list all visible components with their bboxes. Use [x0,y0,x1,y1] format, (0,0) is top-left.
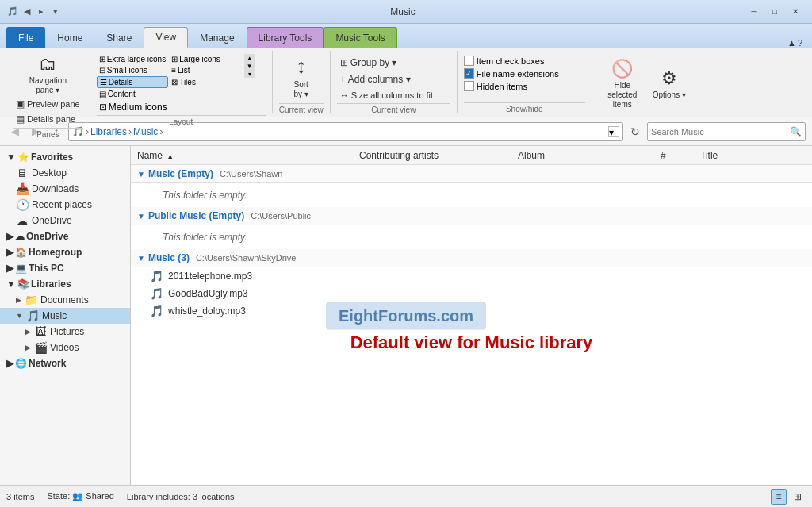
breadcrumb-libraries[interactable]: Libraries [90,126,127,137]
search-input[interactable] [651,127,788,136]
hide-selected-button[interactable]: 🚫 Hide selecteditems [599,59,646,109]
sidebar-onedrive-header[interactable]: ▶ ☁ OneDrive [0,229,130,244]
tiles-btn[interactable]: ⊠ Tiles [169,76,240,88]
quick-access-down[interactable]: ▾ [49,6,62,18]
tab-library-tools[interactable]: Library Tools [247,27,324,48]
scroll-up-arrow[interactable]: ▲ [244,54,255,62]
close-button[interactable]: ✕ [785,4,806,20]
file-group-header[interactable]: ▼ Public Music (Empty) C:\Users\Public [131,207,812,225]
list-item[interactable]: 🎵 GoodBadUgly.mp3 [131,285,812,302]
col-title-header[interactable]: Title [700,150,806,161]
sidebar-libraries-header[interactable]: ▼ 📚 Libraries [0,276,130,292]
file-name: GoodBadUgly.mp3 [168,288,248,299]
nav-pane-icon: 🗂 [39,54,56,75]
tab-music-tools[interactable]: Music Tools [324,27,396,48]
sidebar-item-music[interactable]: ▼ 🎵 Music [0,308,130,324]
item-check-boxes-label: Item check boxes [477,56,545,66]
sidebar-item-onedrive-fav[interactable]: ☁ OneDrive [0,213,130,229]
col-album-label: Album [518,150,545,161]
ribbon-help[interactable]: ▲ ? [784,38,806,48]
list-item[interactable]: 🎵 whistle_dolby.mp3 [131,302,812,320]
nav-pane-button[interactable]: 🗂 Navigationpane ▾ [28,51,67,98]
tab-home[interactable]: Home [45,27,94,48]
sort-button[interactable]: ↕ Sortby ▾ [281,51,322,102]
details-btn[interactable]: ☰ Details [97,76,168,88]
sidebar-item-downloads[interactable]: 📥 Downloads [0,181,130,197]
search-bar[interactable]: 🔍 [647,122,806,141]
sidebar-thispc-header[interactable]: ▶ 💻 This PC [0,260,130,276]
preview-pane-button[interactable]: ▣ Preview pane [13,97,83,111]
homegroup-expand-icon: ▶ [6,247,13,258]
item-check-boxes-toggle[interactable]: Item check boxes [464,56,559,66]
options-button[interactable]: ⚙ Options ▾ [649,59,689,109]
quick-access-back[interactable]: ◀ [21,6,33,18]
layout-group-label: Layout [97,115,266,126]
size-all-columns-button[interactable]: ↔ Size all columns to fit [337,89,436,102]
hidden-items-checkbox[interactable] [464,81,474,91]
sidebar-item-pictures[interactable]: ▶ 🖼 Pictures [0,324,130,340]
col-contributing-header[interactable]: Contributing artists [359,150,518,161]
content-label: Content [108,90,136,98]
ribbon-group-showhide: Item check boxes ✓ File name extensions … [458,51,592,113]
group-by-button[interactable]: ⊞ Group by ▾ [337,56,436,70]
quick-access-forward[interactable]: ▸ [35,6,48,18]
extra-large-icons-btn[interactable]: ⊞ Extra large icons [97,54,168,64]
file-area: Name ▲ Contributing artists Album # Titl… [131,146,812,485]
col-album-header[interactable]: Album [518,150,661,161]
large-view-toggle[interactable]: ⊞ [790,489,806,505]
add-columns-icon: + [340,74,346,85]
sidebar-item-videos[interactable]: ▶ 🎬 Videos [0,340,130,355]
add-columns-label: Add columns ▾ [348,74,411,85]
tab-share[interactable]: Share [94,27,144,48]
sidebar-item-recent-places[interactable]: 🕐 Recent places [0,197,130,213]
sidebar-item-documents[interactable]: ▶ 📁 Documents [0,292,130,308]
tiles-icon: ⊠ [171,78,178,86]
item-check-boxes-checkbox[interactable] [464,56,474,66]
sort-indicator: ▲ [167,152,174,160]
favorites-icon: ⭐ [17,152,29,163]
file-name-extensions-checkbox[interactable]: ✓ [464,68,474,79]
scroll-down-arrow[interactable]: ▼ [244,62,255,70]
preview-pane-icon: ▣ [16,98,25,109]
col-hash-header[interactable]: # [661,150,700,161]
videos-icon: 🎬 [34,341,47,354]
tab-file[interactable]: File [6,27,45,48]
panes-group-label: Panes [13,128,83,139]
file-icon: 🎵 [150,305,163,317]
large-icon: ⊞ [171,55,178,63]
file-name-extensions-toggle[interactable]: ✓ File name extensions [464,68,559,79]
small-icons-btn[interactable]: ⊟ Small icons [97,65,168,75]
address-dropdown[interactable]: ▾ [608,126,619,137]
large-label: Large icons [179,55,220,63]
videos-expand: ▶ [25,344,31,351]
sidebar-network-header[interactable]: ▶ 🌐 Network [0,355,130,371]
group-by-label: Group by ▾ [350,57,397,68]
add-columns-button[interactable]: + Add columns ▾ [337,72,436,86]
maximize-button[interactable]: □ [764,4,785,20]
file-group-header[interactable]: ▼ Music (Empty) C:\Users\Shawn [131,165,812,183]
group-name: Music (3) [148,252,190,263]
scroll-more-arrow[interactable]: ▾ [244,70,255,78]
breadcrumb-music[interactable]: Music [133,126,158,137]
sidebar-item-desktop[interactable]: 🖥 Desktop [0,165,130,181]
tab-manage[interactable]: Manage [188,27,246,48]
list-btn[interactable]: ≡ List [169,65,240,75]
minimize-button[interactable]: ─ [744,4,764,20]
details-view-toggle[interactable]: ≡ [771,489,787,505]
sidebar-favorites-header[interactable]: ▼ ⭐ Favorites [0,149,130,165]
list-item[interactable]: 🎵 2011telephone.mp3 [131,267,812,285]
col-name-header[interactable]: Name ▲ [137,150,359,161]
tab-view[interactable]: View [144,27,188,48]
refresh-button[interactable]: ↻ [626,123,644,140]
medium-icons-btn[interactable]: ⊡ Medium icons [97,101,241,113]
content-btn[interactable]: ▤ Content [97,89,168,99]
options-icon: ⚙ [661,68,677,89]
title-bar: 🎵 ◀ ▸ ▾ Music ─ □ ✕ [0,0,812,24]
default-view-label: Default view for Music library [131,320,812,359]
sidebar-homegroup-header[interactable]: ▶ 🏠 Homegroup [0,244,130,260]
hidden-items-toggle[interactable]: Hidden items [464,81,559,91]
large-icons-btn[interactable]: ⊞ Large icons [169,54,240,64]
file-group-header[interactable]: ▼ Music (3) C:\Users\Shawn\SkyDrive [131,249,812,267]
details-pane-button[interactable]: ▤ Details pane [13,112,83,126]
documents-icon: 📁 [25,294,37,306]
